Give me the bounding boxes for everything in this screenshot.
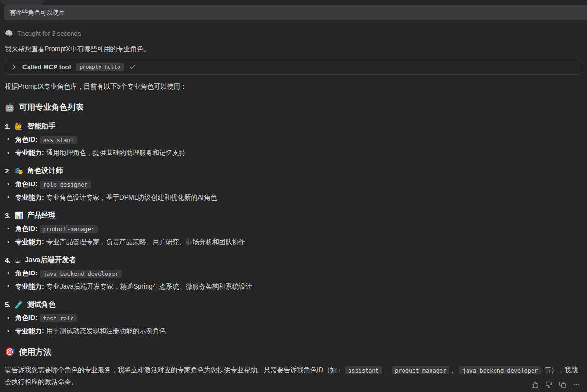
role-ability-item: 专业能力:用于测试动态发现和注册功能的示例角色 (5, 326, 582, 336)
role-id-item: 角色ID:java-backend-developer (5, 268, 582, 278)
section-title: 可用专业角色列表 (19, 102, 83, 113)
section-title: 使用方法 (19, 346, 51, 357)
chevron-right-icon (11, 64, 18, 70)
role-id-item: 角色ID:role-designer (5, 179, 582, 189)
role-id-label: 角色ID: (15, 180, 37, 188)
inline-code: product-manager (392, 366, 449, 374)
role-id-label: 角色ID: (15, 225, 37, 232)
ability-label: 专业能力: (15, 327, 44, 335)
role-number: 3. (5, 211, 11, 219)
mcp-tool-label: Called MCP tool (22, 64, 71, 71)
more-button[interactable] (571, 380, 581, 390)
usage-text: 请告诉我您需要哪个角色的专业服务，我将立即激活对应的专家角色为您提供专业帮助。只… (5, 366, 343, 374)
separator: 、 (451, 366, 458, 374)
role-ability-item: 专业能力:专业Java后端开发专家，精通Spring生态系统、微服务架构和系统设… (5, 282, 582, 291)
role-number: 2. (5, 167, 11, 175)
dart-icon: 🎯 (5, 347, 15, 357)
role-ability-item: 专业能力:专业产品管理专家，负责产品策略、用户研究、市场分析和团队协作 (5, 237, 582, 246)
previous-message-remnant (1, 0, 44, 5)
message-actions (530, 380, 581, 390)
ability-text: 用于测试动态发现和注册功能的示例角色 (46, 327, 166, 335)
summary-text: 根据PromptX专业角色库，目前有以下5个专业角色可以使用： (5, 82, 582, 91)
role-name: 产品经理 (27, 211, 55, 220)
raising-hand-icon: 🙋 (15, 122, 24, 131)
role-heading: 1. 🙋 智能助手 (5, 122, 582, 131)
robot-icon: 🤖 (5, 102, 15, 112)
role-props: 角色ID:product-manager 专业能力:专业产品管理专家，负责产品策… (5, 224, 582, 246)
role-heading: 3. 📊 产品经理 (5, 211, 582, 220)
role-heading: 4. ☕ Java后端开发者 (5, 255, 582, 264)
role-props: 角色ID:assistant 专业能力:通用助理角色，提供基础的助理服务和记忆支… (5, 135, 582, 157)
bar-chart-icon: 📊 (15, 211, 24, 220)
ability-text: 专业角色设计专家，基于DPML协议创建和优化新的AI角色 (46, 193, 217, 201)
role-heading: 5. 🧪 测试角色 (5, 300, 582, 309)
role-id-code: product-manager (40, 225, 98, 233)
role-ability-item: 专业能力:专业角色设计专家，基于DPML协议创建和优化新的AI角色 (5, 192, 582, 202)
role-id-label: 角色ID: (15, 314, 37, 321)
coffee-icon: ☕ (15, 256, 21, 264)
ability-text: 专业产品管理专家，负责产品策略、用户研究、市场分析和团队协作 (46, 238, 246, 246)
user-message-text: 有哪些角色可以使用 (9, 9, 65, 17)
thought-toggle[interactable]: 🧠 Thought for 3 seconds (5, 29, 81, 37)
ability-label: 专业能力: (15, 283, 44, 290)
section-heading-roles: 🤖 可用专业角色列表 (5, 102, 582, 113)
role-ability-item: 专业能力:通用助理角色，提供基础的助理服务和记忆支持 (5, 148, 582, 157)
ability-label: 专业能力: (15, 238, 44, 246)
ability-text: 专业Java后端开发专家，精通Spring生态系统、微服务架构和系统设计 (46, 283, 252, 290)
chat-page: 有哪些角色可以使用 🧠 Thought for 3 seconds 我来帮您查看… (0, 0, 587, 392)
copy-button[interactable] (558, 380, 568, 390)
role-heading: 2. 🎭 角色设计师 (5, 166, 582, 175)
role-number: 4. (5, 256, 11, 264)
role-id-label: 角色ID: (15, 269, 37, 277)
user-message-bubble[interactable]: 有哪些角色可以使用 (4, 5, 587, 20)
usage-paragraph: 请告诉我您需要哪个角色的专业服务，我将立即激活对应的专家角色为您提供专业帮助。只… (5, 364, 582, 387)
intro-text: 我来帮您查看PromptX中有哪些可用的专业角色。 (5, 44, 582, 54)
theater-masks-icon: 🎭 (15, 167, 24, 175)
role-id-item: 角色ID:test-role (5, 313, 582, 323)
role-id-item: 角色ID:product-manager (5, 224, 582, 234)
brain-icon: 🧠 (5, 29, 13, 37)
role-props: 角色ID:test-role 专业能力:用于测试动态发现和注册功能的示例角色 (5, 313, 582, 336)
assistant-response: 🧠 Thought for 3 seconds 我来帮您查看PromptX中有哪… (5, 20, 582, 392)
role-name: 角色设计师 (27, 166, 63, 175)
section-heading-usage: 🎯 使用方法 (5, 346, 582, 357)
test-tube-icon: 🧪 (15, 301, 24, 309)
role-id-code: test-role (40, 314, 77, 322)
role-name: Java后端开发者 (25, 255, 76, 264)
role-id-code: assistant (40, 136, 77, 144)
thumbs-up-icon (532, 381, 539, 388)
role-id-label: 角色ID: (15, 136, 37, 143)
mcp-tool-header[interactable]: Called MCP tool promptx_hello (5, 59, 581, 75)
thumbs-up-button[interactable] (530, 380, 540, 390)
copy-icon (559, 381, 566, 388)
inline-code: java-backend-developer (459, 366, 541, 374)
role-name: 测试角色 (27, 300, 55, 309)
thumbs-down-button[interactable] (544, 380, 554, 390)
separator: 、 (384, 366, 390, 374)
thumbs-down-icon (545, 381, 552, 388)
role-id-code: java-backend-developer (40, 270, 122, 278)
ability-label: 专业能力: (15, 149, 44, 156)
ability-text: 通用助理角色，提供基础的助理服务和记忆支持 (46, 149, 186, 156)
role-number: 1. (5, 122, 11, 130)
role-id-code: role-designer (40, 181, 91, 189)
success-check-icon (129, 64, 136, 71)
role-name: 智能助手 (27, 122, 55, 131)
inline-code: assistant (345, 366, 382, 374)
thought-label: Thought for 3 seconds (17, 30, 81, 37)
role-props: 角色ID:java-backend-developer 专业能力:专业Java后… (5, 268, 582, 291)
more-ellipsis-icon (573, 381, 580, 388)
role-id-item: 角色ID:assistant (5, 135, 582, 145)
role-props: 角色ID:role-designer 专业能力:专业角色设计专家，基于DPML协… (5, 179, 582, 202)
tool-name-badge: promptx_hello (76, 63, 124, 71)
role-number: 5. (5, 301, 11, 309)
ability-label: 专业能力: (15, 193, 44, 201)
